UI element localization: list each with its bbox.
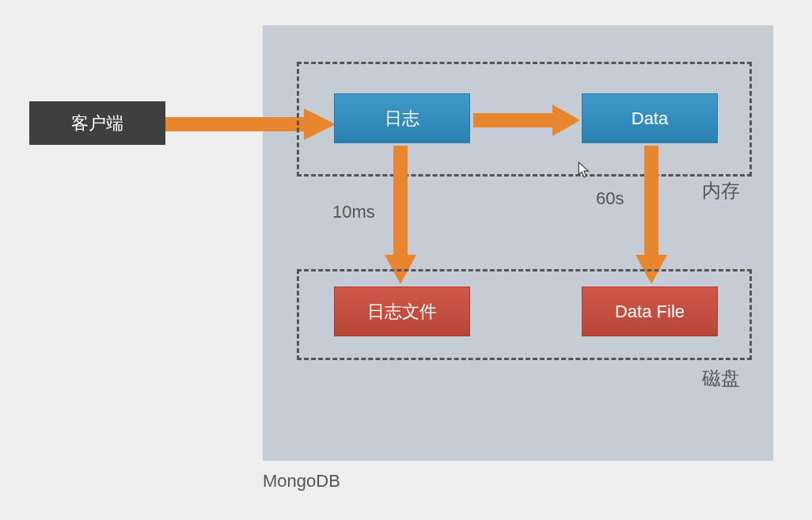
datafile-label: Data File xyxy=(615,302,685,322)
edge-label-10ms: 10ms xyxy=(332,202,375,222)
client-node: 客户端 xyxy=(29,101,165,145)
diagram-canvas: 客户端 内存 日志 Data 10ms 60s 磁盘 日志文件 Data Fil… xyxy=(0,0,812,520)
data-label: Data xyxy=(632,108,668,129)
arrow-log-to-data xyxy=(473,104,580,136)
edge-label-60s: 60s xyxy=(596,188,624,209)
disk-group-label: 磁盘 xyxy=(702,366,740,391)
cursor-icon xyxy=(578,161,592,179)
svg-marker-3 xyxy=(552,104,580,136)
memory-group-label: 内存 xyxy=(702,178,740,203)
client-label: 客户端 xyxy=(71,112,123,135)
data-node: Data xyxy=(582,93,718,143)
mongodb-label: MongoDB xyxy=(263,471,340,492)
logfile-label: 日志文件 xyxy=(367,300,437,324)
arrow-log-to-logfile xyxy=(385,146,416,284)
logfile-node: 日志文件 xyxy=(334,287,470,336)
arrow-data-to-datafile xyxy=(636,146,667,284)
log-label: 日志 xyxy=(385,107,419,131)
log-node: 日志 xyxy=(334,93,470,143)
datafile-node: Data File xyxy=(582,287,718,336)
